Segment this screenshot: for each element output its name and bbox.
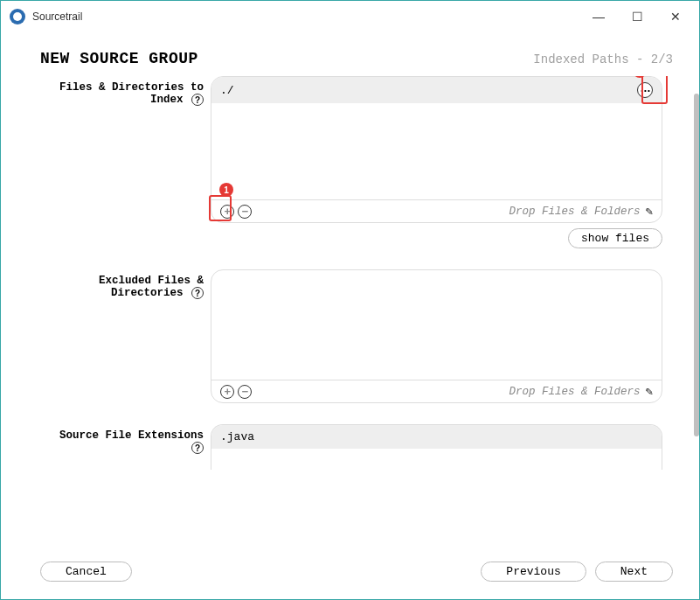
help-icon[interactable]: ? — [191, 442, 204, 454]
drop-hint: Drop Files & Folders — [509, 386, 641, 398]
window-controls: — ☐ ✕ — [589, 7, 690, 26]
excluded-label: Excluded Files & Directories ? — [40, 269, 211, 403]
add-button[interactable]: + — [220, 205, 234, 219]
cancel-button[interactable]: Cancel — [40, 562, 132, 582]
dialog-footer: Cancel Previous Next — [1, 551, 699, 599]
maximize-button[interactable]: ☐ — [627, 7, 647, 26]
drop-hint: Drop Files & Folders — [509, 206, 641, 218]
content-area: Files & Directories to Index ? ./ ••• + … — [1, 76, 699, 551]
section-excluded: Excluded Files & Directories ? + − Drop … — [40, 269, 662, 403]
files-to-index-list: ./ ••• + − Drop Files & Folders ✎ — [211, 76, 662, 223]
minimize-button[interactable]: — — [589, 7, 608, 26]
edit-icon[interactable]: ✎ — [646, 204, 653, 219]
previous-button[interactable]: Previous — [481, 562, 586, 582]
app-window: Sourcetrail — ☐ ✕ NEW SOURCE GROUP Index… — [0, 0, 700, 600]
extension-entry[interactable]: .java — [211, 425, 662, 449]
section-extensions: Source File Extensions ? .java — [40, 424, 662, 470]
scrollbar-thumb[interactable] — [694, 94, 699, 436]
show-files-button[interactable]: show files — [568, 228, 662, 248]
help-icon[interactable]: ? — [191, 287, 204, 299]
add-button[interactable]: + — [220, 385, 234, 399]
path-entry-text: ./ — [220, 84, 637, 97]
extension-entry-text: .java — [220, 430, 653, 443]
remove-button[interactable]: − — [238, 385, 252, 399]
app-title: Sourcetrail — [32, 10, 82, 23]
extensions-label: Source File Extensions ? — [40, 424, 211, 470]
remove-button[interactable]: − — [238, 205, 252, 219]
breadcrumb: Indexed Paths - 2/3 — [533, 52, 673, 66]
titlebar: Sourcetrail — ☐ ✕ — [1, 1, 699, 32]
help-icon[interactable]: ? — [191, 94, 204, 106]
excluded-list: + − Drop Files & Folders ✎ — [211, 269, 662, 403]
close-button[interactable]: ✕ — [666, 7, 685, 26]
section-files-to-index: Files & Directories to Index ? ./ ••• + … — [40, 76, 662, 248]
browse-button[interactable]: ••• — [637, 82, 653, 98]
edit-icon[interactable]: ✎ — [646, 384, 653, 399]
scrollbar[interactable] — [694, 94, 699, 534]
extensions-list: .java — [211, 424, 662, 470]
files-to-index-label: Files & Directories to Index ? — [40, 76, 211, 248]
app-icon — [10, 9, 25, 24]
list-footer: + − Drop Files & Folders ✎ — [211, 199, 662, 222]
header: NEW SOURCE GROUP Indexed Paths - 2/3 — [1, 32, 699, 76]
path-entry[interactable]: ./ ••• — [211, 77, 662, 103]
page-title: NEW SOURCE GROUP — [40, 50, 198, 67]
next-button[interactable]: Next — [595, 562, 673, 582]
list-footer: + − Drop Files & Folders ✎ — [211, 380, 662, 402]
